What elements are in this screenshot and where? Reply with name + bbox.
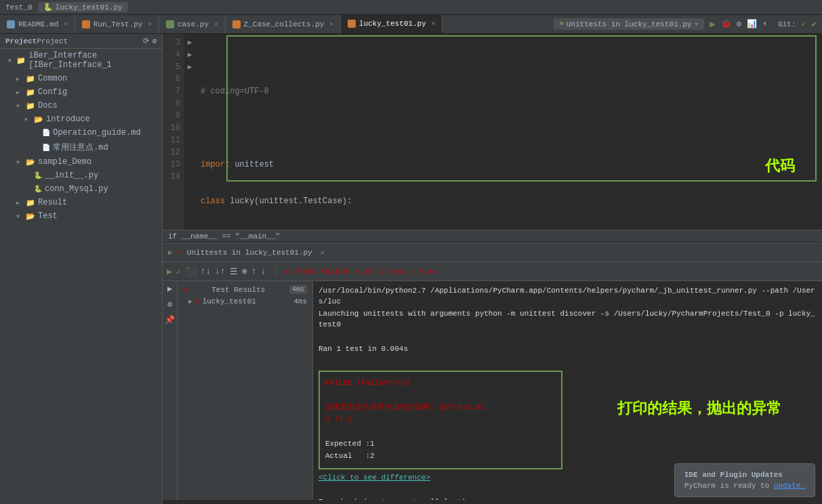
code-gutter: ▶ ▶ ▶ [184,34,195,230]
tree-item-config[interactable]: ▶ 📁 Config [0,85,162,99]
test-node-row[interactable]: ▶ ✕ lucky_test01 4ms [180,295,310,307]
run-tab-label[interactable]: ✕ Unittests in lucky_test01.py [178,248,312,257]
run-toolbar: ▶ ✓ ⬛ ↑↓ ↓↑ ☰ ⊕ ↑ ↓ | ✕ Tests failed: 1 … [163,262,822,281]
case-icon [166,20,174,28]
run-check-button[interactable]: ✓ [176,266,182,277]
runtest-close[interactable]: ✕ [148,20,151,28]
tree-item-introduce[interactable]: ▼ 📂 introduce [0,112,162,126]
file-tab-case[interactable]: case.py ✕ [159,15,226,33]
introduce-arrow: ▼ [24,117,31,123]
run-panel: ▶ ✕ Unittests in lucky_test01.py ✕ ▶ ✓ ⬛… [163,243,822,500]
run-expand-icon[interactable]: ⊕ [242,266,247,277]
test-results-label: Test Results [211,286,265,294]
file-tab-icon: 🐍 [43,3,53,12]
run-tab-close[interactable]: ✕ [321,249,325,257]
output-blank-1 [318,331,817,342]
tree-item-docs[interactable]: ▼ 📁 Docs [0,99,162,112]
tree-item-test[interactable]: ▼ 📂 Test [0,209,162,223]
run-icon-strip-1[interactable]: ▶ [167,284,172,294]
run-stop-button[interactable]: ⬛ [186,266,197,277]
code-line-6: class lucky(unittest.TestCase): [201,195,817,207]
run-sort-desc[interactable]: ↓↑ [215,266,226,276]
run-up-arrow[interactable]: ↑ [251,266,257,276]
sampledemo-label: sample_Demo [38,157,91,167]
file-tab-zcollects[interactable]: Z_Case_collects.py ✕ [226,15,341,33]
iber-label: iBer_Interface [IBer_Interface_1 [28,51,159,70]
window-tab-label: lucky_test01.py [56,3,123,12]
zcollects-close[interactable]: ✕ [329,20,333,28]
run-list-icon[interactable]: ☰ [230,266,238,277]
run-icon-strip-2[interactable]: ⚙ [167,299,172,310]
run-config-selector[interactable]: ⚑ Unittests in lucky_test01.py ▾ [554,18,704,30]
opguide-label: Operation_guide.md [53,128,141,138]
docs-arrow: ▼ [16,103,23,109]
file-tabs-bar: README.md ✕ Run_Test.py ✕ case.py ✕ Z_Ca… [0,15,822,34]
common-label: Common [38,74,67,83]
code-line-3: # coding=UTF-8 [201,85,817,98]
config-label: Unittests in lucky_test01.py [567,20,692,28]
code-line-5: import unittest [201,159,817,171]
runtest-icon [82,20,90,28]
test-arrow: ▼ [16,213,23,219]
tree-item-init[interactable]: 🐍 __init__.py [0,169,162,182]
failed-line-5: Expected :1 [325,438,556,449]
run-play-button[interactable]: ▶ [167,266,172,277]
code-content[interactable]: # coding=UTF-8 import unittest class luc… [195,34,822,230]
output-annotation: 打印的结果，抛出的异常 [617,403,781,414]
right-panel: 3 4 5 6 7 8 9 10 11 12 13 14 [163,34,822,504]
notes-file-icon: 📄 [42,144,50,152]
tree-item-sampledemo[interactable]: ▼ 📂 sample_Demo [0,155,162,169]
file-tab-readme[interactable]: README.md ✕ [0,15,75,33]
file-tab-luckytest[interactable]: lucky_test01.py ✕ [341,15,443,33]
tree-item-connmysql[interactable]: 🐍 conn_Mysql.py [0,182,162,196]
concurrency-button[interactable]: ⚡ [762,19,767,29]
tree-item-iber[interactable]: ▼ 📁 iBer_Interface [IBer_Interface_1 [0,49,162,72]
introduce-label: introduce [46,114,90,124]
run-down-arrow[interactable]: ↓ [261,266,266,276]
git-check[interactable]: ✓ [802,19,806,29]
test-node-fail-icon: ✕ [195,297,200,306]
code-status-bar: if __name__ == "__main__" [163,230,822,243]
notif-link[interactable]: update. [774,482,805,490]
file-tab-runtest[interactable]: Run_Test.py ✕ [75,15,159,33]
test-label: Test [38,211,58,221]
output-line-2: Launching unittests with arguments pytho… [318,308,817,330]
readme-icon [7,20,15,28]
sidebar-sync-icon[interactable]: ⟳ [143,37,149,45]
code-editor[interactable]: 3 4 5 6 7 8 9 10 11 12 13 14 [163,34,822,230]
run-left-icons: ▶ ⚙ 📌 [163,281,178,500]
readme-close[interactable]: ✕ [64,20,67,28]
git-tick[interactable]: ✔ [812,19,817,29]
luckytest-close[interactable]: ✕ [432,20,435,27]
sidebar-header: Project Project ⟳ ⚙ [0,34,162,49]
tree-item-notes[interactable]: 📄 常用注意点.md [0,140,162,155]
tree-item-result[interactable]: ▶ 📁 Result [0,196,162,209]
case-close[interactable]: ✕ [214,20,218,28]
coverage-button[interactable]: ⚙ [737,19,741,29]
run-icon-strip-3[interactable]: 📌 [165,315,175,325]
output-blank-2 [318,356,817,366]
tree-item-opguide[interactable]: 📄 Operation_guide.md [0,126,162,140]
connmysql-file-icon: 🐍 [34,185,42,193]
output-ran-line: Ran 1 test in 0.004s [318,343,817,354]
profile-button[interactable]: 📊 [747,19,757,29]
iber-folder-icon: 📁 [16,56,26,65]
docs-folder-icon: 📁 [26,102,35,110]
fail-tree-icon: ✕ [183,285,188,294]
debug-button[interactable]: 🐞 [721,19,731,29]
run-fail-x: ✕ [285,266,290,277]
run-icon-small: ▶ [168,248,173,257]
tree-item-common[interactable]: ▶ 📁 Common [0,72,162,85]
sampledemo-arrow: ▼ [16,159,23,165]
test-folder-icon: 📂 [26,212,35,221]
result-folder-icon: 📁 [26,198,35,207]
failed-line-6: Actual :2 [325,450,556,461]
notification-popup: IDE and Plugin Updates PyCharm is ready … [674,463,815,497]
sidebar-settings-icon[interactable]: ⚙ [152,37,157,45]
run-config-area: ⚑ Unittests in lucky_test01.py ▾ ▶ 🐞 ⚙ 📊… [548,15,822,33]
config-arrow: ▾ [695,20,699,28]
test-node-label: lucky_test01 [203,297,256,306]
run-sort-asc[interactable]: ↑↓ [201,266,211,276]
test-results-panel: ✕ Test Results 4ms ▶ ✕ lucky_test01 4ms [178,281,313,500]
run-button[interactable]: ▶ [710,18,715,30]
